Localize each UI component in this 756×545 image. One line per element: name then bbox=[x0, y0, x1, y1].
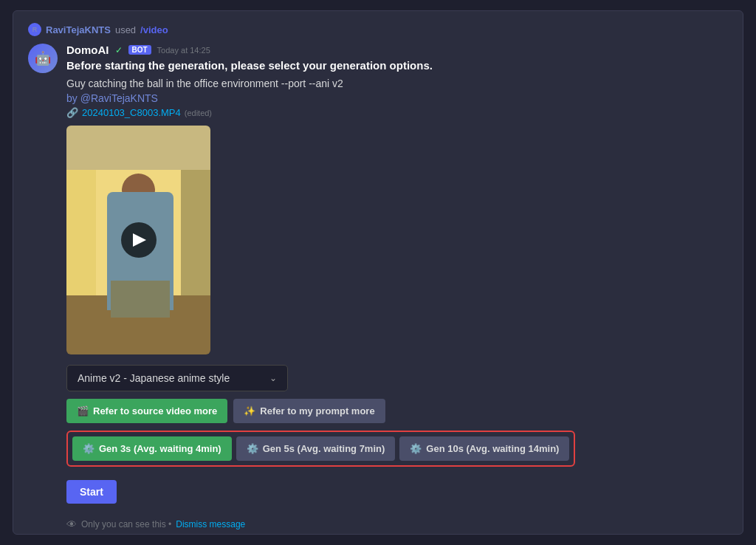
file-link[interactable]: 🔗 20240103_C8003.MP4 (edited) bbox=[66, 107, 728, 118]
style-dropdown[interactable]: Anime v2 - Japanese anime style ⌄ bbox=[66, 365, 288, 391]
footer-note: 👁 Only you can see this • Dismiss messag… bbox=[66, 518, 728, 530]
footer-note-text: Only you can see this • bbox=[81, 519, 171, 529]
gen-3s-button[interactable]: ⚙️ Gen 3s (Avg. waiting 4min) bbox=[72, 436, 232, 461]
reference-buttons-row: 🎬 Refer to source video more ✨ Refer to … bbox=[66, 399, 728, 423]
wall-left bbox=[66, 170, 96, 295]
video-icon: 🎬 bbox=[77, 405, 89, 417]
file-name: 20240103_C8003.MP4 bbox=[82, 107, 181, 118]
message-content: DomoAI ✓ BOT Today at 14:25 Before start… bbox=[66, 44, 728, 530]
ceiling bbox=[66, 126, 210, 170]
dismiss-link[interactable]: Dismiss message bbox=[176, 519, 245, 529]
bot-avatar: 🤖 bbox=[28, 44, 58, 73]
main-message-text: Before starting the generation, please s… bbox=[66, 59, 728, 72]
person-pants bbox=[111, 281, 170, 318]
chat-area: R RaviTejaKNTS used /video 🤖 DomoAI ✓ BO… bbox=[13, 11, 743, 534]
gen-buttons-group: ⚙️ Gen 3s (Avg. waiting 4min) ⚙️ Gen 5s … bbox=[66, 431, 575, 467]
gen-5s-button[interactable]: ⚙️ Gen 5s (Avg. waiting 7min) bbox=[236, 436, 396, 461]
dropdown-container: Anime v2 - Japanese anime style ⌄ bbox=[66, 365, 728, 391]
by-user: by @RaviTejaKNTS bbox=[66, 92, 728, 104]
message-timestamp: Today at 14:25 bbox=[157, 46, 210, 55]
gen-10s-icon: ⚙️ bbox=[410, 443, 422, 454]
command-action: used bbox=[115, 24, 136, 35]
gen-3s-icon: ⚙️ bbox=[83, 443, 94, 454]
gen-5s-label: Gen 5s (Avg. waiting 7min) bbox=[263, 443, 385, 454]
start-button[interactable]: Start bbox=[66, 480, 117, 504]
command-user: RaviTejaKNTS bbox=[46, 24, 111, 35]
gen-5s-icon: ⚙️ bbox=[247, 443, 258, 454]
eye-icon: 👁 bbox=[66, 518, 77, 530]
refer-prompt-label: Refer to my prompt more bbox=[260, 405, 374, 417]
bot-badge: BOT bbox=[128, 45, 151, 55]
verified-icon: ✓ bbox=[115, 45, 123, 55]
edited-label: (edited) bbox=[185, 109, 212, 117]
discord-window: R RaviTejaKNTS used /video 🤖 DomoAI ✓ BO… bbox=[13, 10, 743, 535]
small-user-avatar: R bbox=[28, 23, 41, 36]
gen-10s-button[interactable]: ⚙️ Gen 10s (Avg. waiting 14min) bbox=[399, 436, 569, 461]
prompt-icon: ✨ bbox=[244, 405, 255, 417]
link-icon: 🔗 bbox=[66, 107, 78, 118]
dropdown-value: Anime v2 - Japanese anime style bbox=[78, 372, 230, 384]
prompt-text: Guy catching the ball in the office envi… bbox=[66, 78, 728, 89]
refer-video-button[interactable]: 🎬 Refer to source video more bbox=[66, 399, 227, 423]
message-row: 🤖 DomoAI ✓ BOT Today at 14:25 Before sta… bbox=[28, 44, 728, 530]
bot-avatar-emoji: 🤖 bbox=[35, 50, 51, 66]
gen-10s-label: Gen 10s (Avg. waiting 14min) bbox=[426, 443, 559, 454]
play-button[interactable] bbox=[121, 222, 157, 258]
chevron-down-icon: ⌄ bbox=[269, 373, 277, 383]
start-label: Start bbox=[80, 486, 103, 498]
bot-name: DomoAI bbox=[66, 44, 109, 56]
refer-prompt-button[interactable]: ✨ Refer to my prompt more bbox=[233, 399, 385, 423]
video-thumbnail[interactable] bbox=[66, 126, 210, 354]
play-triangle-icon bbox=[133, 233, 146, 247]
command-line: R RaviTejaKNTS used /video bbox=[28, 23, 728, 36]
gen-3s-label: Gen 3s (Avg. waiting 4min) bbox=[99, 443, 221, 454]
command-text: /video bbox=[140, 24, 168, 35]
refer-video-label: Refer to source video more bbox=[93, 405, 217, 417]
message-header: DomoAI ✓ BOT Today at 14:25 bbox=[66, 44, 728, 56]
wall-right bbox=[181, 170, 210, 295]
